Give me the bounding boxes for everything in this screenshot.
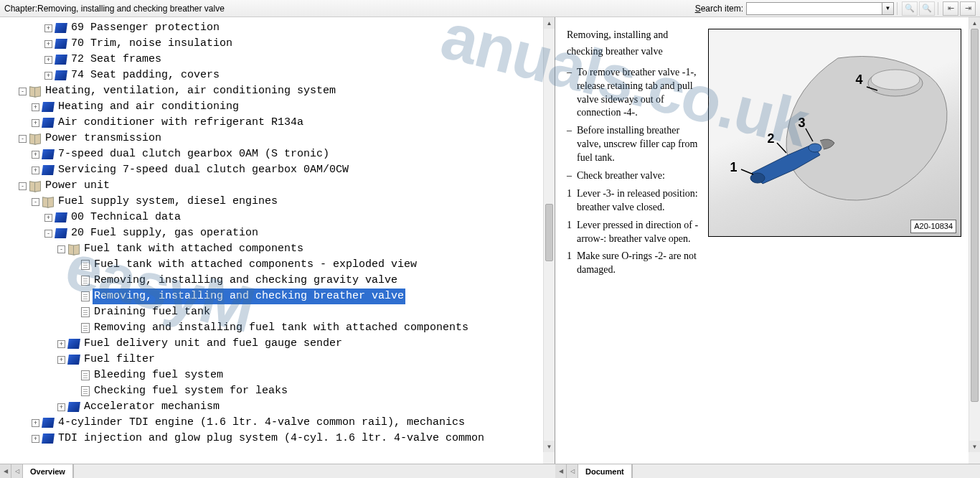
hscroll-track[interactable] [73,464,555,478]
doc-title-line2: checking breather valve [567,45,701,59]
tree-row[interactable]: -Heating, ventilation, air conditioning … [0,83,543,99]
tree-row[interactable]: +70 Trim, noise insulation [0,36,543,52]
tree-row[interactable]: +Servicing 7-speed dual clutch gearbox 0… [0,162,543,178]
figure: 1 2 3 4 A20-10834 [708,29,961,237]
scroll-thumb[interactable] [971,29,979,402]
nav-back-button[interactable]: ⇤ [943,1,958,16]
collapse-icon[interactable]: - [19,135,27,143]
collapse-icon[interactable]: - [19,182,27,190]
tree-row[interactable]: +4-cylinder TDI engine (1.6 ltr. 4-valve… [0,415,543,431]
step-text: Make sure O-rings -2- are not damaged. [577,250,701,277]
book-closed-icon [42,418,55,428]
expand-icon[interactable]: + [44,40,52,48]
tree-row[interactable]: +69 Passenger protection [0,20,543,36]
tree-label: Fuel tank with attached components - exp… [93,257,418,273]
tree-row[interactable]: +74 Seat padding, covers [0,67,543,83]
document-content: Removing, installing and checking breath… [555,17,969,289]
tree-row[interactable]: Draining fuel tank [0,304,543,320]
expand-icon[interactable]: + [57,403,65,411]
tree-row[interactable]: +72 Seat frames [0,52,543,67]
collapse-icon[interactable]: - [57,245,65,253]
scroll-up-icon[interactable]: ▲ [544,17,555,29]
expand-icon[interactable]: + [32,151,39,159]
expand-icon[interactable]: + [57,356,65,364]
expand-icon[interactable]: + [32,419,39,427]
navigation-tree[interactable]: +69 Passenger protection+70 Trim, noise … [0,17,543,446]
tree-row[interactable]: -Power unit [0,178,543,194]
expand-icon[interactable]: + [44,24,52,32]
book-closed-icon [55,23,67,33]
instruction-step: –Check breather valve: [567,169,701,183]
tab-nav-first[interactable]: ◀ [0,464,11,478]
arrow-left-icon: ⇤ [948,4,954,13]
tree-row[interactable]: +Fuel filter [0,352,543,367]
collapse-icon[interactable]: - [19,88,27,95]
expand-icon[interactable]: + [57,340,65,348]
page-icon [81,386,90,396]
expand-icon[interactable]: + [32,167,39,174]
tree-label: Servicing 7-speed dual clutch gearbox 0A… [57,162,350,178]
tree-spacer [70,372,78,380]
tree-label: 20 Fuel supply, gas operation [70,225,260,241]
search-dropdown-button[interactable]: ▼ [882,2,894,15]
arrow-right-icon: ⇥ [965,4,971,13]
tab-nav-prev[interactable]: ◁ [11,464,23,478]
search-prev-button[interactable]: 🔍 [902,1,918,16]
tree-label: Removing, installing and checking breath… [93,289,405,304]
tree-spacer [70,261,78,269]
expand-icon[interactable]: + [32,103,39,111]
tree-label: Heating and air conditioning [57,99,240,115]
scroll-thumb[interactable] [545,204,553,261]
tab-nav-prev[interactable]: ◁ [567,464,578,478]
collapse-icon[interactable]: - [44,230,52,238]
search-next-button[interactable]: 🔍 [919,1,935,16]
expand-icon[interactable]: + [32,119,39,127]
expand-icon[interactable]: + [44,214,52,222]
tab-document[interactable]: Document [578,464,632,478]
tree-label: Air conditioner with refrigerant R134a [57,115,305,131]
tree-row[interactable]: -20 Fuel supply, gas operation [0,225,543,241]
tab-overview[interactable]: Overview [23,464,73,478]
tree-row[interactable]: Removing and installing fuel tank with a… [0,320,543,336]
step-marker: 1 [567,250,577,277]
book-closed-icon [67,339,80,349]
tree-row[interactable]: Fuel tank with attached components - exp… [0,257,543,273]
tree-label: 70 Trim, noise insulation [70,36,234,52]
step-marker: – [567,124,577,165]
scroll-down-icon[interactable]: ▼ [544,441,555,452]
tree-row[interactable]: +7-speed dual clutch gearbox 0AM (S tron… [0,146,543,162]
tree-row[interactable]: +Accelerator mechanism [0,399,543,415]
hscroll-track[interactable] [632,464,980,478]
tree-label: Heating, ventilation, air conditioning s… [44,83,337,99]
expand-icon[interactable]: + [44,72,52,80]
tree-row[interactable]: +TDI injection and glow plug system (4-c… [0,431,543,446]
tree-row[interactable]: +Air conditioner with refrigerant R134a [0,115,543,131]
search-input[interactable] [746,2,882,15]
expand-icon[interactable]: + [44,56,52,64]
scroll-down-icon[interactable]: ▼ [969,441,980,452]
nav-forward-button[interactable]: ⇥ [960,1,976,16]
expand-icon[interactable]: + [32,435,39,443]
tree-row[interactable]: +Fuel delivery unit and fuel gauge sende… [0,336,543,352]
tree-label: Fuel delivery unit and fuel gauge sender [83,336,344,352]
overview-vscrollbar[interactable]: ▲ ▼ [543,17,555,452]
tree-row[interactable]: Removing, installing and checking gravit… [0,273,543,289]
tree-row[interactable]: Removing, installing and checking breath… [0,289,543,304]
book-closed-icon [42,118,55,128]
book-closed-icon [67,355,80,365]
tree-label: TDI injection and glow plug system (4-cy… [57,431,486,446]
tree-row[interactable]: +00 Technical data [0,210,543,225]
tree-row[interactable]: Checking fuel system for leaks [0,383,543,399]
document-vscrollbar[interactable]: ▲ ▼ [969,17,980,452]
tree-row[interactable]: Bleeding fuel system [0,367,543,383]
tree-row[interactable]: -Fuel tank with attached components [0,241,543,257]
book-closed-icon [42,102,55,112]
collapse-icon[interactable]: - [32,198,39,206]
tab-nav-first[interactable]: ◀ [555,464,567,478]
scroll-up-icon[interactable]: ▲ [969,17,980,29]
tree-row[interactable]: -Power transmission [0,131,543,146]
tree-row[interactable]: -Fuel supply system, diesel engines [0,194,543,210]
tree-row[interactable]: +Heating and air conditioning [0,99,543,115]
step-marker: – [567,169,577,183]
chapter-prefix: Chapter: [4,4,37,14]
